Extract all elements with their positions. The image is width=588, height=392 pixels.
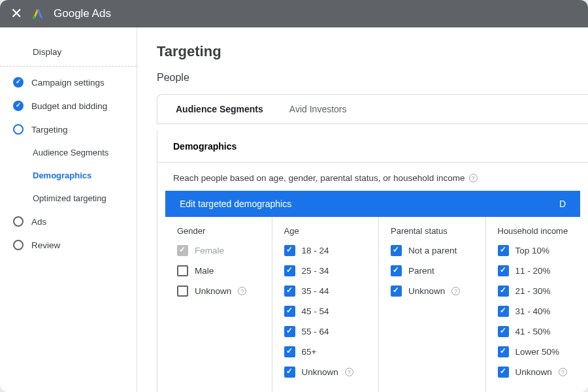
section-subtitle: People	[157, 72, 588, 84]
demographics-column: Household incomeTop 10%11 - 20%21 - 30%3…	[486, 217, 581, 392]
checkbox-icon[interactable]	[284, 346, 295, 357]
demographic-option[interactable]: 18 - 24	[284, 245, 367, 256]
sidebar-item-ads[interactable]: Ads	[0, 210, 137, 233]
tab-audience-segments[interactable]: Audience Segments	[176, 104, 263, 114]
checkbox-icon[interactable]	[498, 245, 509, 256]
option-label: Unknown	[302, 367, 338, 377]
app-title: Google Ads	[54, 7, 111, 20]
checkbox-icon[interactable]	[177, 265, 188, 276]
checkbox-icon[interactable]	[284, 367, 295, 378]
check-circle-icon	[13, 101, 24, 111]
column-header: Gender	[177, 226, 260, 236]
main-content: Targeting People Audience Segments Avid …	[137, 27, 588, 392]
option-label: 18 - 24	[302, 246, 329, 255]
help-icon[interactable]: ?	[345, 368, 353, 376]
edit-demographics-label: Edit targeted demographics	[180, 199, 291, 209]
sidebar-item-campaign-settings[interactable]: Campaign settings	[0, 71, 137, 94]
demographic-option[interactable]: 65+	[284, 346, 367, 357]
close-icon[interactable]: ✕	[10, 7, 22, 21]
demographic-option[interactable]: 25 - 34	[284, 265, 367, 276]
demographic-option[interactable]: Parent	[391, 265, 474, 276]
option-label: 25 - 34	[302, 266, 329, 276]
sidebar-item-label: Budget and bidding	[31, 101, 107, 111]
checkbox-icon[interactable]	[498, 306, 509, 317]
demographic-option[interactable]: Lower 50%	[498, 346, 581, 357]
sidebar-item-label: Targeting	[31, 125, 68, 135]
demographic-option[interactable]: 31 - 40%	[498, 306, 581, 317]
demographic-option[interactable]: Unknown?	[177, 286, 260, 297]
demographic-option[interactable]: Unknown?	[498, 367, 581, 378]
option-label: 41 - 50%	[515, 327, 551, 336]
checkbox-icon[interactable]	[498, 286, 509, 297]
checkbox-icon[interactable]	[498, 326, 509, 337]
column-header: Parental status	[391, 226, 474, 236]
checkbox-icon[interactable]	[284, 286, 295, 297]
demographic-option[interactable]: Female	[177, 245, 260, 256]
help-icon[interactable]: ?	[238, 287, 246, 295]
demographic-option[interactable]: 55 - 64	[284, 326, 367, 337]
column-header: Household income	[498, 226, 581, 236]
current-ring-icon	[13, 124, 24, 135]
demographic-option[interactable]: Not a parent	[391, 245, 474, 256]
edit-demographics-bar[interactable]: Edit targeted demographics D	[165, 191, 580, 217]
sidebar-item-targeting[interactable]: Targeting	[0, 118, 137, 141]
option-label: 35 - 44	[302, 286, 329, 296]
demographics-column: Age18 - 2425 - 3435 - 4445 - 5455 - 6465…	[272, 217, 380, 392]
option-label: 55 - 64	[302, 327, 329, 336]
checkbox-icon[interactable]	[391, 245, 402, 256]
demographic-option[interactable]: 41 - 50%	[498, 326, 581, 337]
sidebar-sub-demographics[interactable]: Demographics	[0, 164, 137, 187]
option-label: 21 - 30%	[515, 286, 551, 296]
demographic-option[interactable]: 35 - 44	[284, 286, 367, 297]
sidebar-sub-label: Optimized targeting	[33, 193, 106, 203]
option-label: 65+	[302, 347, 317, 357]
option-label: Unknown	[195, 286, 231, 296]
demographics-description: Reach people based on age, gender, paren…	[157, 163, 588, 191]
app-window: ✕ Google Ads Display Campaign settings B…	[0, 0, 588, 392]
option-label: Female	[195, 246, 224, 255]
sidebar-item-budget-bidding[interactable]: Budget and bidding	[0, 94, 137, 118]
option-label: 11 - 20%	[515, 266, 551, 276]
sidebar-item-label: Campaign settings	[31, 78, 105, 88]
demographic-option[interactable]: Male	[177, 265, 260, 276]
demographic-option[interactable]: Unknown?	[391, 286, 474, 297]
checkbox-icon[interactable]	[498, 367, 509, 378]
tab-avid-investors[interactable]: Avid Investors	[289, 104, 347, 114]
header-bar: ✕ Google Ads	[0, 0, 588, 27]
demographic-option[interactable]: 21 - 30%	[498, 286, 581, 297]
column-header: Age	[284, 226, 367, 236]
sidebar-display[interactable]: Display	[0, 41, 137, 67]
checkbox-icon[interactable]	[284, 306, 295, 317]
sidebar-item-review[interactable]: Review	[0, 233, 137, 257]
checkbox-icon[interactable]	[284, 326, 295, 337]
sidebar-sub-label: Audience Segments	[33, 148, 108, 157]
checkbox-icon[interactable]	[284, 245, 295, 256]
help-icon[interactable]: ?	[469, 174, 478, 182]
option-label: Parent	[408, 266, 434, 276]
help-icon[interactable]: ?	[451, 287, 460, 295]
option-label: Unknown	[408, 286, 445, 296]
check-circle-icon	[13, 77, 24, 88]
sidebar-item-label: Review	[31, 240, 60, 250]
body: Display Campaign settings Budget and bid…	[0, 27, 588, 392]
page-title: Targeting	[157, 43, 588, 60]
demographic-option[interactable]: Unknown?	[284, 367, 367, 378]
checkbox-icon[interactable]	[177, 245, 188, 256]
demographics-column: Parental statusNot a parentParentUnknown…	[379, 217, 486, 392]
checkbox-icon[interactable]	[284, 265, 295, 276]
help-icon[interactable]: ?	[559, 368, 567, 376]
checkbox-icon[interactable]	[498, 346, 509, 357]
checkbox-icon[interactable]	[177, 286, 188, 297]
option-label: Not a parent	[408, 246, 457, 255]
demographic-option[interactable]: 11 - 20%	[498, 265, 581, 276]
sidebar-sub-optimized-targeting[interactable]: Optimized targeting	[0, 187, 137, 210]
empty-circle-icon	[13, 216, 24, 227]
demographics-heading: Demographics	[157, 131, 588, 163]
checkbox-icon[interactable]	[498, 265, 509, 276]
option-label: Male	[195, 266, 214, 276]
sidebar-sub-audience-segments[interactable]: Audience Segments	[0, 141, 137, 164]
demographic-option[interactable]: Top 10%	[498, 245, 581, 256]
demographic-option[interactable]: 45 - 54	[284, 306, 367, 317]
checkbox-icon[interactable]	[391, 286, 402, 297]
checkbox-icon[interactable]	[391, 265, 402, 276]
